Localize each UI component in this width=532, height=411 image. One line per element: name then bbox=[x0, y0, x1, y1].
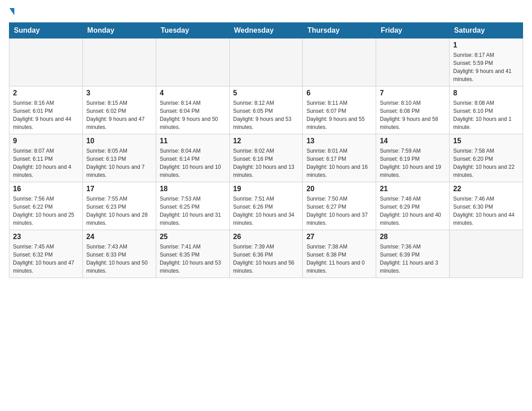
day-info: Sunrise: 8:04 AMSunset: 6:14 PMDaylight:… bbox=[160, 147, 226, 179]
day-info: Sunrise: 8:10 AMSunset: 6:08 PMDaylight:… bbox=[380, 99, 446, 131]
day-info: Sunrise: 7:43 AMSunset: 6:33 PMDaylight:… bbox=[86, 243, 152, 275]
day-of-week-header: Thursday bbox=[303, 23, 376, 39]
logo-arrow-icon bbox=[9, 8, 14, 15]
day-info: Sunrise: 7:58 AMSunset: 6:20 PMDaylight:… bbox=[453, 147, 519, 179]
day-of-week-header: Wednesday bbox=[229, 23, 303, 39]
calendar-cell bbox=[156, 39, 229, 86]
calendar-cell: 18Sunrise: 7:53 AMSunset: 6:25 PMDayligh… bbox=[156, 182, 229, 230]
calendar-cell: 22Sunrise: 7:46 AMSunset: 6:30 PMDayligh… bbox=[450, 182, 523, 230]
day-info: Sunrise: 7:56 AMSunset: 6:22 PMDaylight:… bbox=[13, 195, 79, 227]
calendar-cell bbox=[376, 39, 450, 86]
day-number: 5 bbox=[233, 89, 299, 97]
day-info: Sunrise: 7:36 AMSunset: 6:39 PMDaylight:… bbox=[380, 243, 446, 275]
calendar-cell: 1Sunrise: 8:17 AMSunset: 5:59 PMDaylight… bbox=[450, 39, 523, 86]
day-info: Sunrise: 8:05 AMSunset: 6:13 PMDaylight:… bbox=[86, 147, 152, 179]
day-info: Sunrise: 8:08 AMSunset: 6:10 PMDaylight:… bbox=[453, 99, 519, 131]
logo bbox=[9, 9, 14, 15]
day-number: 7 bbox=[380, 89, 446, 97]
calendar-cell: 2Sunrise: 8:16 AMSunset: 6:01 PMDaylight… bbox=[9, 86, 83, 134]
calendar-cell: 16Sunrise: 7:56 AMSunset: 6:22 PMDayligh… bbox=[9, 182, 83, 230]
day-info: Sunrise: 7:59 AMSunset: 6:19 PMDaylight:… bbox=[380, 147, 446, 179]
day-info: Sunrise: 7:53 AMSunset: 6:25 PMDaylight:… bbox=[160, 195, 226, 227]
day-number: 11 bbox=[160, 137, 226, 145]
day-info: Sunrise: 8:15 AMSunset: 6:02 PMDaylight:… bbox=[86, 99, 152, 131]
day-info: Sunrise: 8:17 AMSunset: 5:59 PMDaylight:… bbox=[453, 51, 519, 83]
calendar-cell: 4Sunrise: 8:14 AMSunset: 6:04 PMDaylight… bbox=[156, 86, 229, 134]
day-info: Sunrise: 8:14 AMSunset: 6:04 PMDaylight:… bbox=[160, 99, 226, 131]
calendar-cell: 12Sunrise: 8:02 AMSunset: 6:16 PMDayligh… bbox=[229, 134, 303, 182]
day-number: 26 bbox=[233, 233, 299, 241]
calendar-week-row: 9Sunrise: 8:07 AMSunset: 6:11 PMDaylight… bbox=[9, 134, 523, 182]
day-number: 21 bbox=[380, 185, 446, 193]
day-number: 8 bbox=[453, 89, 519, 97]
calendar-cell bbox=[303, 39, 376, 86]
calendar-cell: 7Sunrise: 8:10 AMSunset: 6:08 PMDaylight… bbox=[376, 86, 450, 134]
day-info: Sunrise: 7:51 AMSunset: 6:26 PMDaylight:… bbox=[233, 195, 299, 227]
page-header bbox=[9, 9, 523, 15]
day-number: 27 bbox=[306, 233, 372, 241]
calendar-cell: 3Sunrise: 8:15 AMSunset: 6:02 PMDaylight… bbox=[82, 86, 156, 134]
day-of-week-header: Tuesday bbox=[156, 23, 229, 39]
calendar-cell bbox=[82, 39, 156, 86]
calendar-cell: 15Sunrise: 7:58 AMSunset: 6:20 PMDayligh… bbox=[450, 134, 523, 182]
day-number: 24 bbox=[86, 233, 152, 241]
day-number: 4 bbox=[160, 89, 226, 97]
calendar-cell: 26Sunrise: 7:39 AMSunset: 6:36 PMDayligh… bbox=[229, 230, 303, 278]
calendar-header-row: SundayMondayTuesdayWednesdayThursdayFrid… bbox=[9, 23, 523, 39]
day-number: 18 bbox=[160, 185, 226, 193]
day-number: 22 bbox=[453, 185, 519, 193]
day-info: Sunrise: 7:39 AMSunset: 6:36 PMDaylight:… bbox=[233, 243, 299, 275]
day-number: 1 bbox=[453, 41, 519, 49]
calendar-cell: 14Sunrise: 7:59 AMSunset: 6:19 PMDayligh… bbox=[376, 134, 450, 182]
day-info: Sunrise: 7:38 AMSunset: 6:38 PMDaylight:… bbox=[306, 243, 372, 275]
day-info: Sunrise: 8:12 AMSunset: 6:05 PMDaylight:… bbox=[233, 99, 299, 131]
day-of-week-header: Friday bbox=[376, 23, 450, 39]
calendar-cell: 21Sunrise: 7:48 AMSunset: 6:29 PMDayligh… bbox=[376, 182, 450, 230]
calendar-cell: 19Sunrise: 7:51 AMSunset: 6:26 PMDayligh… bbox=[229, 182, 303, 230]
day-info: Sunrise: 7:45 AMSunset: 6:32 PMDaylight:… bbox=[13, 243, 79, 275]
calendar-cell: 13Sunrise: 8:01 AMSunset: 6:17 PMDayligh… bbox=[303, 134, 376, 182]
day-number: 6 bbox=[306, 89, 372, 97]
calendar-week-row: 16Sunrise: 7:56 AMSunset: 6:22 PMDayligh… bbox=[9, 182, 523, 230]
day-number: 28 bbox=[380, 233, 446, 241]
calendar-cell: 11Sunrise: 8:04 AMSunset: 6:14 PMDayligh… bbox=[156, 134, 229, 182]
day-info: Sunrise: 7:50 AMSunset: 6:27 PMDaylight:… bbox=[306, 195, 372, 227]
day-number: 3 bbox=[86, 89, 152, 97]
calendar-cell: 28Sunrise: 7:36 AMSunset: 6:39 PMDayligh… bbox=[376, 230, 450, 278]
calendar-table: SundayMondayTuesdayWednesdayThursdayFrid… bbox=[9, 22, 523, 278]
day-of-week-header: Sunday bbox=[9, 23, 83, 39]
calendar-cell bbox=[9, 39, 83, 86]
day-info: Sunrise: 8:07 AMSunset: 6:11 PMDaylight:… bbox=[13, 147, 79, 179]
day-number: 19 bbox=[233, 185, 299, 193]
calendar-cell: 23Sunrise: 7:45 AMSunset: 6:32 PMDayligh… bbox=[9, 230, 83, 278]
day-info: Sunrise: 8:02 AMSunset: 6:16 PMDaylight:… bbox=[233, 147, 299, 179]
day-info: Sunrise: 8:01 AMSunset: 6:17 PMDaylight:… bbox=[306, 147, 372, 179]
day-info: Sunrise: 8:16 AMSunset: 6:01 PMDaylight:… bbox=[13, 99, 79, 131]
day-number: 14 bbox=[380, 137, 446, 145]
calendar-week-row: 1Sunrise: 8:17 AMSunset: 5:59 PMDaylight… bbox=[9, 39, 523, 86]
calendar-cell: 10Sunrise: 8:05 AMSunset: 6:13 PMDayligh… bbox=[82, 134, 156, 182]
day-number: 12 bbox=[233, 137, 299, 145]
day-number: 20 bbox=[306, 185, 372, 193]
calendar-cell bbox=[229, 39, 303, 86]
day-number: 17 bbox=[86, 185, 152, 193]
calendar-cell: 5Sunrise: 8:12 AMSunset: 6:05 PMDaylight… bbox=[229, 86, 303, 134]
day-info: Sunrise: 7:48 AMSunset: 6:29 PMDaylight:… bbox=[380, 195, 446, 227]
calendar-cell bbox=[450, 230, 523, 278]
calendar-cell: 20Sunrise: 7:50 AMSunset: 6:27 PMDayligh… bbox=[303, 182, 376, 230]
day-number: 16 bbox=[13, 185, 79, 193]
day-info: Sunrise: 8:11 AMSunset: 6:07 PMDaylight:… bbox=[306, 99, 372, 131]
calendar-cell: 17Sunrise: 7:55 AMSunset: 6:23 PMDayligh… bbox=[82, 182, 156, 230]
day-info: Sunrise: 7:46 AMSunset: 6:30 PMDaylight:… bbox=[453, 195, 519, 227]
day-info: Sunrise: 7:55 AMSunset: 6:23 PMDaylight:… bbox=[86, 195, 152, 227]
calendar-cell: 8Sunrise: 8:08 AMSunset: 6:10 PMDaylight… bbox=[450, 86, 523, 134]
day-number: 25 bbox=[160, 233, 226, 241]
day-number: 15 bbox=[453, 137, 519, 145]
day-of-week-header: Saturday bbox=[450, 23, 523, 39]
day-number: 2 bbox=[13, 89, 79, 97]
day-number: 10 bbox=[86, 137, 152, 145]
calendar-cell: 27Sunrise: 7:38 AMSunset: 6:38 PMDayligh… bbox=[303, 230, 376, 278]
calendar-week-row: 2Sunrise: 8:16 AMSunset: 6:01 PMDaylight… bbox=[9, 86, 523, 134]
calendar-cell: 24Sunrise: 7:43 AMSunset: 6:33 PMDayligh… bbox=[82, 230, 156, 278]
calendar-cell: 25Sunrise: 7:41 AMSunset: 6:35 PMDayligh… bbox=[156, 230, 229, 278]
